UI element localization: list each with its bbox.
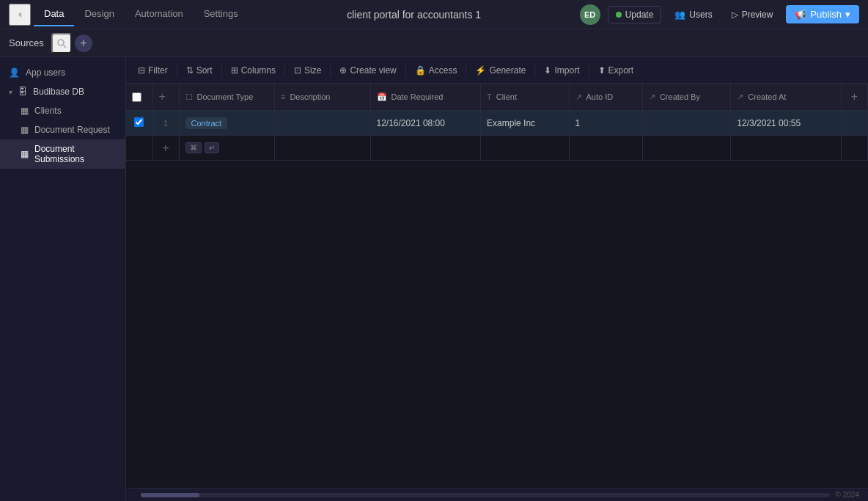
users-icon: 👥 bbox=[674, 10, 685, 20]
sort-icon: ⇅ bbox=[186, 65, 194, 76]
add-source-button[interactable]: + bbox=[75, 34, 92, 52]
document-request-label: Document Request bbox=[34, 125, 110, 135]
resize-handle[interactable] bbox=[271, 84, 274, 110]
import-label: Import bbox=[554, 65, 579, 76]
horizontal-scrollbar-track[interactable] bbox=[141, 493, 830, 497]
update-button[interactable]: Update bbox=[608, 6, 662, 23]
resize-handle[interactable] bbox=[150, 84, 152, 110]
resize-handle[interactable] bbox=[639, 84, 642, 110]
resize-handle[interactable] bbox=[367, 84, 370, 110]
client-value: Example Inc bbox=[487, 118, 535, 128]
col-header-document-type: ☐ Document Type bbox=[179, 84, 275, 111]
generate-label: Generate bbox=[489, 65, 526, 76]
horizontal-scrollbar-thumb[interactable] bbox=[141, 493, 199, 497]
select-all-checkbox[interactable] bbox=[132, 92, 141, 102]
columns-label: Columns bbox=[241, 65, 276, 76]
separator bbox=[177, 64, 177, 77]
import-button[interactable]: ⬇ Import bbox=[538, 62, 585, 78]
create-view-button[interactable]: ⊕ Create view bbox=[334, 62, 402, 78]
clients-label: Clients bbox=[34, 106, 62, 116]
separator bbox=[534, 64, 535, 77]
add-row-check-cell bbox=[126, 136, 152, 161]
update-indicator bbox=[616, 12, 622, 18]
separator bbox=[221, 64, 222, 77]
add-column-button[interactable]: + bbox=[851, 90, 858, 103]
cell-document-type[interactable]: Contract bbox=[179, 111, 275, 136]
add-row-empty-3 bbox=[370, 136, 481, 161]
cell-auto-id[interactable]: 1 bbox=[569, 111, 642, 136]
sources-label: Sources bbox=[9, 37, 44, 48]
tab-settings[interactable]: Settings bbox=[194, 2, 249, 26]
columns-button[interactable]: ⊞ Columns bbox=[225, 62, 282, 78]
add-row-header-button[interactable]: + bbox=[159, 90, 166, 103]
sidebar-item-document-request[interactable]: ▦ Document Request bbox=[0, 120, 125, 139]
add-row-button[interactable]: + bbox=[162, 142, 169, 155]
document-type-tag: Contract bbox=[185, 117, 228, 129]
sidebar-item-clients[interactable]: ▦ Clients bbox=[0, 101, 125, 120]
cell-description[interactable] bbox=[275, 111, 371, 136]
col-label-description: Description bbox=[290, 92, 330, 101]
sidebar-item-document-submissions[interactable]: ▦ Document Submissions bbox=[0, 139, 125, 169]
back-button[interactable] bbox=[9, 4, 31, 26]
resize-handle[interactable] bbox=[176, 84, 179, 110]
access-button[interactable]: 🔒 Access bbox=[409, 62, 463, 78]
col-header-auto-id: ↗ Auto ID bbox=[569, 84, 642, 111]
size-icon: ⊡ bbox=[294, 65, 301, 76]
search-button[interactable] bbox=[51, 33, 72, 54]
row-number-cell: 1 bbox=[152, 111, 179, 136]
access-icon: 🔒 bbox=[415, 65, 426, 76]
cell-created-at[interactable]: 12/3/2021 00:55 bbox=[731, 111, 842, 136]
publish-button[interactable]: 📢 Publish ▾ bbox=[786, 5, 859, 23]
col-label-client: Client bbox=[496, 92, 517, 101]
column-type-icon: ≡ bbox=[281, 92, 285, 101]
preview-button[interactable]: ▷ Preview bbox=[726, 7, 779, 23]
table-row[interactable]: 1 Contract 12/16/2021 08:00 Example Inc bbox=[126, 111, 868, 136]
resize-handle[interactable] bbox=[477, 84, 480, 110]
keyboard-shortcut: ⌘ ↵ bbox=[185, 142, 219, 153]
col-header-created-by: ↗ Created By bbox=[642, 84, 730, 111]
row-checkbox-cell bbox=[126, 111, 152, 136]
update-label: Update bbox=[625, 10, 654, 20]
resize-handle[interactable] bbox=[838, 84, 841, 110]
column-toolbar: ⊟ Filter ⇅ Sort ⊞ Columns ⊡ Size ⊕ Creat… bbox=[126, 57, 868, 84]
sort-label: Sort bbox=[196, 65, 213, 76]
tab-automation[interactable]: Automation bbox=[125, 2, 194, 26]
column-type-icon: ↗ bbox=[649, 92, 655, 102]
size-button[interactable]: ⊡ Size bbox=[288, 62, 327, 78]
tab-design[interactable]: Design bbox=[74, 2, 124, 26]
users-button[interactable]: 👥 Users bbox=[669, 7, 718, 23]
budibase-db-label: Budibase DB bbox=[33, 87, 84, 97]
filter-button[interactable]: ⊟ Filter bbox=[132, 62, 174, 78]
generate-button[interactable]: ⚡ Generate bbox=[469, 62, 532, 78]
export-button[interactable]: ⬆ Export bbox=[592, 62, 640, 78]
table-row-add: + ⌘ ↵ bbox=[126, 136, 868, 161]
sidebar-item-budibase-db[interactable]: ▾ 🗄 Budibase DB bbox=[0, 82, 125, 101]
resize-handle[interactable] bbox=[727, 84, 730, 110]
separator bbox=[405, 64, 406, 77]
export-label: Export bbox=[608, 65, 634, 76]
publish-chevron-icon: ▾ bbox=[845, 9, 850, 20]
sidebar-item-app-users[interactable]: 👤 App users bbox=[0, 63, 125, 82]
app-users-label: App users bbox=[26, 67, 65, 78]
column-type-icon: 📅 bbox=[377, 92, 387, 102]
add-row-empty-2 bbox=[275, 136, 371, 161]
col-label-created-at: Created At bbox=[748, 92, 786, 101]
preview-icon: ▷ bbox=[732, 10, 738, 20]
tab-data[interactable]: Data bbox=[34, 2, 74, 26]
cell-created-by[interactable] bbox=[642, 111, 730, 136]
nav-tabs: Data Design Automation Settings bbox=[34, 2, 249, 26]
column-type-icon: ↗ bbox=[737, 92, 743, 102]
sort-button[interactable]: ⇅ Sort bbox=[180, 62, 218, 78]
col-header-created-at: ↗ Created At bbox=[731, 84, 842, 111]
resize-handle[interactable] bbox=[566, 84, 569, 110]
col-header-add: + bbox=[842, 84, 868, 111]
data-table: + ☐ Document Type bbox=[126, 84, 868, 161]
preview-label: Preview bbox=[742, 10, 773, 20]
filter-icon: ⊟ bbox=[138, 65, 145, 76]
import-icon: ⬇ bbox=[544, 65, 551, 76]
separator bbox=[284, 64, 285, 77]
cell-client[interactable]: Example Inc bbox=[481, 111, 569, 136]
publish-icon: 📢 bbox=[795, 9, 806, 20]
row-checkbox[interactable] bbox=[134, 117, 144, 127]
cell-date-required[interactable]: 12/16/2021 08:00 bbox=[370, 111, 481, 136]
